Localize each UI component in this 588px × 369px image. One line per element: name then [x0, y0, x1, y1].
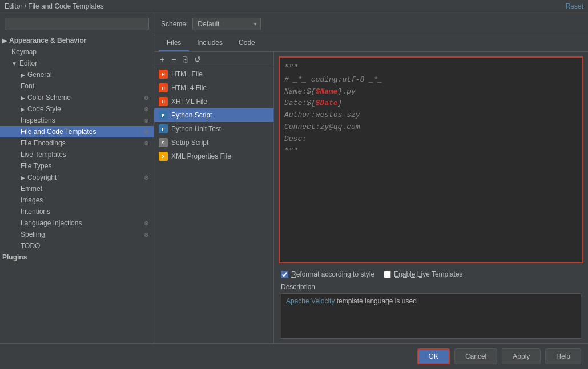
sidebar-item-label: Keymap — [11, 48, 37, 56]
file-type-icon: H — [159, 70, 168, 79]
sidebar-item-plugins[interactable]: Plugins — [0, 252, 154, 263]
remove-template-button[interactable]: − — [169, 54, 178, 64]
file-item-setup-script[interactable]: SSetup Script — [154, 136, 273, 149]
live-templates-checkbox-group[interactable]: Enable Live Templates — [384, 270, 463, 278]
sidebar-item-file-and-code-templates[interactable]: File and Code Templates⚙ — [0, 126, 154, 137]
tabs-bar: Files Includes Code — [154, 35, 588, 52]
scheme-select-wrapper: Default Project — [192, 18, 261, 30]
dialog-footer: OK Cancel Apply Help — [0, 343, 588, 369]
apply-button[interactable]: Apply — [502, 348, 541, 364]
code-line-1: """ — [284, 62, 578, 74]
scheme-label: Scheme: — [161, 20, 188, 28]
sidebar-items-list: ▶Appearance & BehaviorKeymap▼Editor▶Gene… — [0, 35, 154, 263]
help-button[interactable]: Help — [545, 348, 581, 364]
file-list-panel: + − ⎘ ↺ HHTML FileHHTML4 FileHXHTML File… — [154, 52, 274, 343]
sidebar-item-editor[interactable]: ▼Editor — [0, 58, 154, 69]
reformat-checkbox-group[interactable]: Reformat according to style — [281, 270, 374, 278]
sidebar-item-label: Plugins — [2, 253, 27, 261]
code-line-7: Desc: — [284, 133, 578, 145]
ok-button[interactable]: OK — [417, 348, 450, 364]
reformat-label: Reformat according to style — [291, 270, 374, 278]
sidebar-item-file-types[interactable]: File Types — [0, 160, 154, 172]
file-item-label: Setup Script — [171, 139, 208, 147]
dialog-body: ▶Appearance & BehaviorKeymap▼Editor▶Gene… — [0, 13, 588, 343]
file-item-xhtml-file[interactable]: HXHTML File — [154, 95, 273, 108]
file-item-label: XML Properties File — [171, 152, 231, 160]
search-input[interactable] — [5, 18, 149, 30]
expand-arrow: ▶ — [21, 95, 25, 101]
file-item-label: HTML File — [171, 70, 203, 78]
file-item-html-file[interactable]: HHTML File — [154, 67, 273, 81]
sidebar-item-label: Language Injections — [21, 219, 82, 227]
sidebar-item-language-injections[interactable]: Language Injections⚙ — [0, 217, 154, 229]
file-type-icon: S — [159, 138, 168, 147]
expand-arrow: ▶ — [21, 106, 25, 112]
gear-icon: ⚙ — [144, 220, 149, 226]
sidebar-item-label: File Encodings — [21, 139, 66, 147]
sidebar-item-label: Inspections — [21, 116, 55, 124]
description-label: Description — [281, 283, 581, 291]
sidebar-item-label: Emmet — [21, 185, 42, 193]
tab-files[interactable]: Files — [159, 35, 189, 51]
reset-template-button[interactable]: ↺ — [192, 54, 203, 64]
gear-icon: ⚙ — [144, 117, 149, 124]
options-bar: Reformat according to style Enable Live … — [274, 268, 588, 281]
code-line-2: # _*_ coding:utf-8 _*_ — [284, 74, 578, 86]
tab-includes[interactable]: Includes — [189, 35, 231, 51]
description-box: Apache Velocity template language is use… — [281, 293, 581, 339]
file-item-label: XHTML File — [171, 98, 207, 106]
gear-icon: ⚙ — [144, 129, 149, 135]
sidebar-item-todo[interactable]: TODO — [0, 240, 154, 252]
live-templates-checkbox[interactable] — [384, 271, 391, 278]
sidebar: ▶Appearance & BehaviorKeymap▼Editor▶Gene… — [0, 13, 154, 343]
cancel-button[interactable]: Cancel — [454, 348, 497, 364]
gear-icon: ⚙ — [144, 95, 149, 101]
sidebar-item-spelling[interactable]: Spelling⚙ — [0, 229, 154, 240]
sidebar-item-color-scheme[interactable]: ▶Color Scheme⚙ — [0, 92, 154, 103]
file-item-python-unit-test[interactable]: PPython Unit Test — [154, 122, 273, 136]
sidebar-item-emmet[interactable]: Emmet — [0, 183, 154, 194]
sidebar-item-appearance---behavior[interactable]: ▶Appearance & Behavior — [0, 35, 154, 46]
content-area: + − ⎘ ↺ HHTML FileHHTML4 FileHXHTML File… — [154, 52, 588, 343]
sidebar-item-keymap[interactable]: Keymap — [0, 46, 154, 58]
code-editor[interactable]: """ # _*_ coding:utf-8 _*_ Name:${$Name}… — [279, 56, 583, 263]
file-item-label: HTML4 File — [171, 84, 207, 92]
sidebar-item-label: General — [27, 71, 52, 79]
scheme-select[interactable]: Default Project — [192, 18, 261, 30]
sidebar-item-general[interactable]: ▶General — [0, 69, 154, 80]
sidebar-item-code-style[interactable]: ▶Code Style⚙ — [0, 103, 154, 115]
file-type-icon: X — [159, 152, 168, 161]
code-line-3: Name:${$Name}.py — [284, 86, 578, 98]
dialog-header: Editor / File and Code Templates Reset — [0, 0, 588, 13]
sidebar-item-copyright[interactable]: ▶Copyright⚙ — [0, 172, 154, 183]
expand-arrow: ▼ — [11, 60, 17, 67]
file-item-label: Python Unit Test — [171, 125, 221, 133]
sidebar-item-label: Live Templates — [21, 151, 66, 159]
sidebar-item-inspections[interactable]: Inspections⚙ — [0, 115, 154, 126]
sidebar-item-images[interactable]: Images — [0, 194, 154, 206]
file-item-html4-file[interactable]: HHTML4 File — [154, 81, 273, 95]
sidebar-item-label: File Types — [21, 162, 51, 170]
sidebar-item-label: Font — [21, 82, 34, 90]
sidebar-item-label: Appearance & Behavior — [9, 37, 86, 44]
apache-velocity-link[interactable]: Apache Velocity — [286, 297, 335, 305]
sidebar-item-label: Color Scheme — [27, 94, 71, 102]
tab-code[interactable]: Code — [231, 35, 263, 51]
sidebar-item-file-encodings[interactable]: File Encodings⚙ — [0, 137, 154, 149]
sidebar-item-intentions[interactable]: Intentions — [0, 206, 154, 217]
file-item-python-script[interactable]: PPython Script — [154, 108, 273, 122]
settings-dialog: Editor / File and Code Templates Reset ▶… — [0, 0, 588, 369]
gear-icon: ⚙ — [144, 106, 149, 112]
editor-panel: """ # _*_ coding:utf-8 _*_ Name:${$Name}… — [274, 52, 588, 343]
reformat-checkbox[interactable] — [281, 271, 288, 278]
copy-template-button[interactable]: ⎘ — [180, 54, 190, 64]
sidebar-item-font[interactable]: Font — [0, 80, 154, 92]
file-item-xml-properties-file[interactable]: XXML Properties File — [154, 149, 273, 163]
main-content: Scheme: Default Project Files Includes C… — [154, 13, 588, 343]
sidebar-item-label: TODO — [21, 242, 40, 250]
reset-button[interactable]: Reset — [566, 2, 583, 10]
sidebar-item-live-templates[interactable]: Live Templates — [0, 149, 154, 160]
add-template-button[interactable]: + — [158, 54, 167, 64]
file-type-icon: P — [159, 111, 168, 120]
code-line-6: Connect:zy@qq.com — [284, 121, 578, 133]
